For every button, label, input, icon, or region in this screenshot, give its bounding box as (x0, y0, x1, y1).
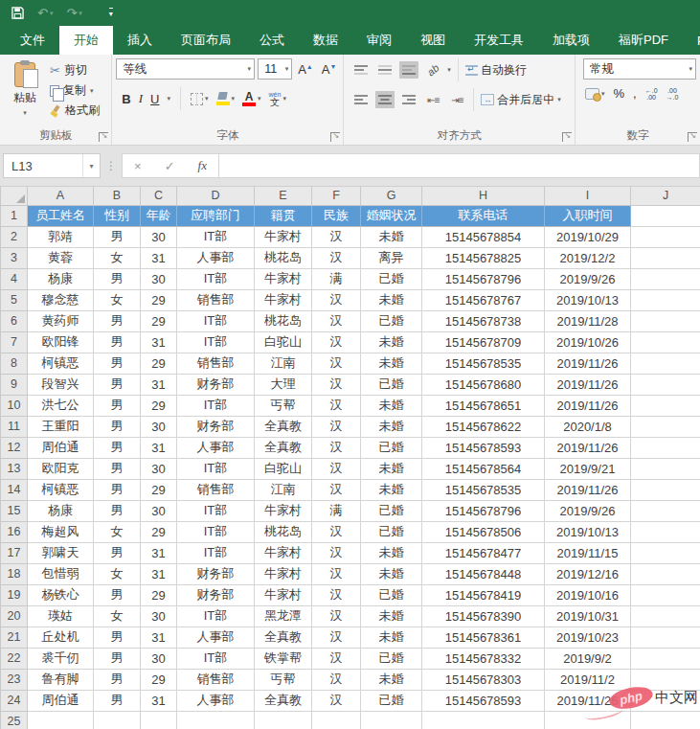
cell-J8[interactable] (631, 353, 700, 374)
cell-I15[interactable]: 2019/9/26 (545, 500, 631, 521)
cell-B11[interactable]: 男 (94, 416, 141, 437)
cell-J14[interactable] (631, 479, 700, 500)
cell-G10[interactable]: 未婚 (361, 395, 422, 416)
shrink-font-icon[interactable]: A▼ (319, 62, 340, 77)
cell-B18[interactable]: 女 (94, 563, 141, 584)
cell-D11[interactable]: 财务部 (177, 416, 255, 437)
row-header-23[interactable]: 23 (1, 669, 28, 690)
insert-function-icon[interactable]: fx (198, 158, 207, 173)
enter-icon[interactable]: ✓ (165, 159, 175, 173)
cell-C25[interactable] (141, 711, 177, 729)
cell-I11[interactable]: 2020/1/8 (545, 416, 631, 437)
row-header-11[interactable]: 11 (1, 416, 28, 437)
col-header-I[interactable]: I (545, 187, 631, 205)
row-header-22[interactable]: 22 (1, 648, 28, 669)
cell-A13[interactable]: 欧阳克 (28, 458, 94, 479)
cell-I9[interactable]: 2019/11/26 (545, 374, 631, 395)
cell-G9[interactable]: 已婚 (361, 374, 422, 395)
italic-button[interactable]: I (139, 91, 143, 106)
cell-J19[interactable] (631, 584, 700, 605)
cell-G3[interactable]: 离异 (361, 247, 422, 268)
cell-I12[interactable]: 2019/11/26 (545, 437, 631, 458)
cell-C17[interactable]: 31 (141, 542, 177, 563)
cell-D24[interactable]: 人事部 (177, 690, 255, 711)
cell-C11[interactable]: 30 (141, 416, 177, 437)
cell-F8[interactable]: 汉 (312, 353, 361, 374)
cell-E11[interactable]: 全真教 (255, 416, 312, 437)
cell-I16[interactable]: 2019/10/13 (545, 521, 631, 542)
tab-file[interactable]: 文件 (6, 26, 59, 55)
cell-D17[interactable]: IT部 (177, 542, 255, 563)
cell-J2[interactable] (631, 226, 700, 247)
cell-C7[interactable]: 31 (141, 331, 177, 353)
cell-E12[interactable]: 全真教 (255, 437, 312, 458)
cell-E18[interactable]: 牛家村 (255, 563, 312, 584)
orientation-button[interactable]: ab (423, 61, 442, 79)
cell-A23[interactable]: 鲁有脚 (28, 669, 94, 690)
cell-F20[interactable]: 汉 (312, 605, 361, 626)
cell-A20[interactable]: 瑛姑 (28, 605, 94, 626)
cell-C8[interactable]: 29 (141, 353, 177, 374)
cell-G8[interactable]: 未婚 (361, 353, 422, 374)
cell-E24[interactable]: 全真教 (255, 690, 312, 711)
row-header-10[interactable]: 10 (1, 395, 28, 416)
col-header-E[interactable]: E (255, 187, 312, 205)
cell-A25[interactable] (28, 711, 94, 729)
cell-A12[interactable]: 周伯通 (28, 437, 94, 458)
wrap-text-button[interactable]: 自动换行 (465, 62, 527, 79)
cell-I3[interactable]: 2019/12/2 (545, 247, 631, 268)
cell-C9[interactable]: 31 (141, 374, 177, 395)
cell-E23[interactable]: 丐帮 (255, 669, 312, 690)
format-painter-button[interactable]: 格式刷 (50, 103, 100, 119)
cell-A22[interactable]: 裘千仞 (28, 648, 94, 669)
cell-F22[interactable]: 汉 (312, 648, 361, 669)
cell-E4[interactable]: 牛家村 (255, 268, 312, 289)
cell-J22[interactable] (631, 648, 700, 669)
cell-D20[interactable]: IT部 (177, 605, 255, 626)
cell-E7[interactable]: 白驼山 (255, 331, 312, 353)
cell-I19[interactable]: 2019/10/16 (545, 584, 631, 605)
align-left-button[interactable] (351, 91, 371, 108)
tab-review[interactable]: 审阅 (352, 26, 406, 55)
cell-E21[interactable]: 全真教 (255, 626, 312, 648)
cell-A18[interactable]: 包惜弱 (28, 563, 94, 584)
cell-H10[interactable]: 15145678651 (422, 395, 545, 416)
cancel-icon[interactable]: × (134, 159, 142, 173)
cell-D16[interactable]: IT部 (177, 521, 255, 542)
font-color-button[interactable]: A▾ (242, 92, 261, 106)
cell-B14[interactable]: 男 (94, 479, 141, 500)
undo-button[interactable]: ↶▾ (37, 7, 53, 19)
cell-H13[interactable]: 15145678564 (422, 458, 545, 479)
cell-A8[interactable]: 柯镇恶 (28, 353, 94, 374)
cell-A19[interactable]: 杨铁心 (28, 584, 94, 605)
cell-D25[interactable] (177, 711, 255, 729)
cell-F25[interactable] (312, 711, 361, 729)
select-all-corner[interactable] (1, 187, 28, 205)
cell-B1[interactable]: 性别 (94, 205, 141, 226)
cell-G2[interactable]: 未婚 (361, 226, 422, 247)
paste-button[interactable]: 粘贴 ▾ (4, 58, 46, 127)
row-header-14[interactable]: 14 (1, 479, 28, 500)
cell-H1[interactable]: 联系电话 (422, 205, 545, 226)
cell-D13[interactable]: IT部 (177, 458, 255, 479)
cell-F3[interactable]: 汉 (312, 247, 361, 268)
cell-A1[interactable]: 员工姓名 (28, 205, 94, 226)
cell-D3[interactable]: 人事部 (177, 247, 255, 268)
cell-D2[interactable]: IT部 (177, 226, 255, 247)
row-header-25[interactable]: 25 (1, 711, 28, 729)
cell-A7[interactable]: 欧阳锋 (28, 331, 94, 353)
cell-C15[interactable]: 30 (141, 500, 177, 521)
cell-D5[interactable]: 销售部 (177, 289, 255, 310)
cell-F21[interactable]: 汉 (312, 626, 361, 648)
cell-H20[interactable]: 15145678390 (422, 605, 545, 626)
increase-indent-button[interactable]: ⇥≡ (447, 91, 466, 108)
cell-A11[interactable]: 王重阳 (28, 416, 94, 437)
col-header-A[interactable]: A (28, 187, 94, 205)
cell-H14[interactable]: 15145678535 (422, 479, 545, 500)
cell-F9[interactable]: 汉 (312, 374, 361, 395)
cell-F5[interactable]: 汉 (312, 289, 361, 310)
cell-F13[interactable]: 汉 (312, 458, 361, 479)
row-header-12[interactable]: 12 (1, 437, 28, 458)
cell-I17[interactable]: 2019/11/15 (545, 542, 631, 563)
cell-B7[interactable]: 男 (94, 331, 141, 353)
